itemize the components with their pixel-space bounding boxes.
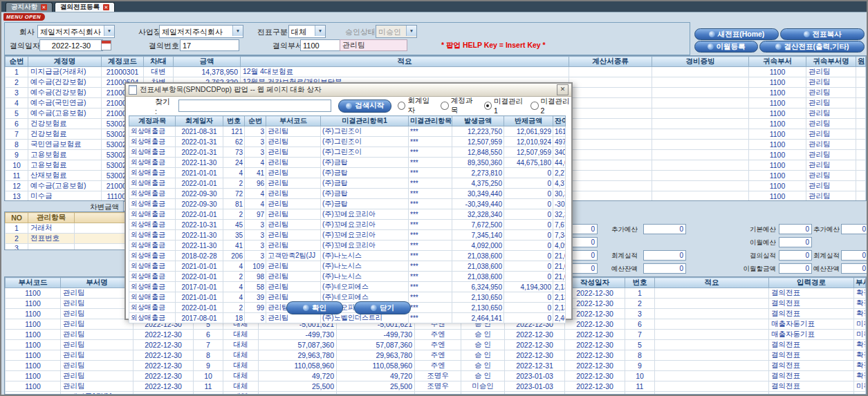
voucher-type-select[interactable]: 대체 ▼ — [288, 25, 326, 38]
table-cell: 예수금(국민연금) — [28, 98, 102, 109]
calendar-icon[interactable] — [101, 40, 111, 50]
table-row[interactable]: 1100관리팀2022-12-3010대체49,72049,720조명우승 인2… — [6, 371, 866, 381]
table-row[interactable]: 1100관리팀2022-12-308대체29,963,78029,963,780… — [6, 350, 866, 361]
resolution-no-label: 결의번호 — [149, 41, 179, 51]
resolution-date-input[interactable] — [39, 39, 103, 51]
ok-button[interactable]: 확인 — [286, 301, 343, 314]
new-voucher-button[interactable]: 새전표(Home) — [694, 28, 779, 40]
table-row[interactable]: 외상매출금2022-11-30353관리팀(주)꼬메요코리아***7,345,1… — [129, 230, 566, 241]
table-row[interactable]: 1미지급금(거래처)21000301대변14,378,95012월 4대보험료1… — [6, 67, 866, 77]
tab-notice[interactable]: 공지사항 ✕ — [6, 2, 53, 12]
table-cell: 대체 — [223, 361, 259, 371]
close-icon[interactable]: ✕ — [557, 84, 569, 95]
table-cell: 결의전표 — [769, 299, 854, 309]
budget-field[interactable]: 0 — [779, 250, 812, 261]
table-cell: 4,092,000 — [553, 241, 566, 251]
column-header: 미결관리항목2 — [409, 116, 452, 126]
table-cell: 3 — [6, 244, 28, 251]
carryover-button[interactable]: 이월등록 — [694, 41, 758, 53]
table-row[interactable]: 외상매출금2022-01-01297관리팀(주)꼬메요코리아***32,328,… — [129, 209, 566, 220]
radio-account-date[interactable]: 회계일자 — [398, 96, 434, 115]
table-cell: 2022-12-30 — [565, 340, 625, 350]
table-row[interactable]: 외상매출금2022-09-30724관리팀(주)금탑***30,349,4400… — [129, 189, 566, 199]
chevron-down-icon[interactable]: ▼ — [232, 26, 243, 36]
table-cell: 2 — [6, 77, 28, 88]
radio-open-mgmt1[interactable]: 미결관리1 — [484, 97, 525, 115]
table-cell — [569, 181, 652, 191]
dept-name-field[interactable]: 관리팀 — [340, 39, 407, 51]
company-select[interactable]: 제일저지주식회사 ▼ — [37, 25, 115, 38]
copy-voucher-button[interactable]: 전표복사 — [780, 28, 865, 40]
table-row[interactable]: 외상매출금2018-02-282063고객만족2팀(JJ(주)나노시스***21… — [129, 251, 566, 261]
table-row[interactable]: 외상매출금2022-01-31623관리팀(주)그린조이***12,507,95… — [129, 137, 566, 147]
table-cell: 21,038,600 — [553, 251, 566, 261]
resolution-no-input[interactable] — [180, 39, 239, 51]
table-cell: 4,375,250 — [553, 178, 566, 189]
tab-close-icon[interactable]: ✕ — [103, 4, 109, 10]
table-row[interactable]: 외상매출금2022-01-31733관리팀(주)그린조이***12,848,55… — [129, 147, 566, 158]
table-row[interactable]: 1100관리팀2022-12-3011대체25,50025,500조명우미승인2… — [6, 381, 866, 392]
table-row[interactable]: 외상매출금2022-09-30814관리팀(주)금탑***-30,349,440… — [129, 199, 566, 209]
approval-status-select[interactable]: 미승인 ▼ — [376, 25, 417, 38]
table-row[interactable]: 외상매출금2021-01-01441관리팀(주)금탑***2,273,81002… — [129, 168, 566, 178]
table-row[interactable]: 1100관리팀2022-12-307대체57,087,36057,087,360… — [6, 340, 866, 350]
budget-field[interactable]: 0 — [643, 224, 686, 234]
table-cell: 2018-02-28 — [176, 251, 223, 261]
table-cell — [652, 98, 749, 109]
table-cell: 3 — [245, 220, 266, 230]
table-row[interactable]: 4000고객만족1팀(M2022-12-3012대체 — [6, 392, 866, 395]
table-cell: 외상매출금 — [129, 209, 176, 220]
menu-open-button[interactable]: MENU OPEN — [3, 13, 45, 21]
table-row[interactable]: 외상매출금2021-08-311213관리팀(주)그린조이***12,223,7… — [129, 126, 566, 137]
table-cell: 1100 — [749, 129, 806, 140]
chevron-down-icon[interactable]: ▼ — [315, 26, 325, 36]
table-cell: 예수금(건강보험) — [28, 77, 102, 88]
column-header: 금액 — [174, 57, 241, 67]
budget-field[interactable]: 0 — [643, 250, 686, 261]
chevron-down-icon[interactable]: ▼ — [406, 26, 416, 36]
table-row[interactable]: 외상매출금2022-01-01296관리팀(주)금탑***4,375,25004… — [129, 178, 566, 189]
table-cell: 관리팀 — [266, 137, 321, 147]
budget-field[interactable]: 0 — [779, 237, 812, 247]
radio-label: 미결관리1 — [494, 97, 524, 115]
closing-voucher-button[interactable]: 결산전표(출력,기타) — [759, 41, 865, 53]
popup-title-bar[interactable]: 전표세부항목(SPNDCDPop) 팝업 -- 웹 페이지 대화 상자 ✕ — [126, 84, 571, 97]
table-row[interactable]: 1100관리팀2022-12-309대체110,058,960110,058,9… — [6, 361, 866, 371]
copy-voucher-label: 전표복사 — [813, 30, 842, 39]
radio-account-title[interactable]: 계정과목 — [441, 96, 477, 115]
radio-open-mgmt2[interactable]: 미결관리2 — [530, 97, 571, 115]
search-start-button[interactable]: 검색시작 — [338, 100, 391, 113]
popup-title: 전표세부항목(SPNDCDPop) 팝업 -- 웹 페이지 대화 상자 — [140, 85, 322, 95]
budget-field[interactable]: 0 — [779, 224, 812, 234]
chevron-down-icon[interactable]: ▼ — [104, 26, 114, 36]
table-cell — [652, 140, 749, 150]
tab-voucher-entry[interactable]: 결의전표등록 ✕ — [55, 2, 115, 12]
find-input[interactable] — [178, 100, 331, 112]
table-cell: 관리팀 — [61, 340, 133, 350]
table-row[interactable]: 1100관리팀2022-12-306대체-499,730-499,730주엔승 … — [6, 330, 866, 340]
table-cell: 41 — [223, 241, 245, 251]
table-cell: 2022-10-31 — [176, 220, 223, 230]
budget-field[interactable]: 0 — [841, 224, 868, 234]
close-button[interactable]: 닫기 — [354, 301, 411, 314]
table-cell — [856, 119, 866, 129]
table-cell: *** — [409, 261, 452, 272]
budget-field[interactable]: 0 — [841, 250, 868, 261]
tab-close-icon[interactable]: ✕ — [41, 4, 47, 10]
table-row[interactable]: 외상매출금2022-11-30413관리팀(주)꼬메요코리아***4,092,0… — [129, 241, 566, 251]
dept-code-input[interactable] — [300, 39, 340, 51]
tab-bar: 공지사항 ✕ 결의전표등록 ✕ — [1, 1, 867, 12]
table-row[interactable]: 외상매출금2017-01-01458관리팀(주)네오피에스***6,324,95… — [129, 282, 566, 292]
table-row[interactable]: 외상매출금2021-01-014109관리팀(주)나노시스***21,038,6… — [129, 261, 566, 272]
table-cell: 외상매출금 — [129, 168, 176, 178]
table-cell: 8 — [194, 350, 223, 361]
budget-field[interactable]: 0 — [643, 263, 686, 274]
table-cell: 1100 — [6, 288, 61, 299]
table-row[interactable]: 외상매출금2022-01-01298관리팀(주)나노시스***21,038,60… — [129, 272, 566, 282]
table-row[interactable]: 외상매출금2022-10-31453관리팀(주)꼬메요코리아***7,672,5… — [129, 220, 566, 230]
budget-field[interactable]: 0 — [841, 263, 868, 274]
bizplace-select[interactable]: 제일저지주식회사 ▼ — [159, 25, 243, 38]
table-row[interactable]: 외상매출금2022-11-30244관리팀(주)금탑***89,350,3604… — [129, 158, 566, 168]
budget-field[interactable]: 0 — [779, 263, 812, 274]
table-cell: 관리팀 — [806, 181, 856, 191]
